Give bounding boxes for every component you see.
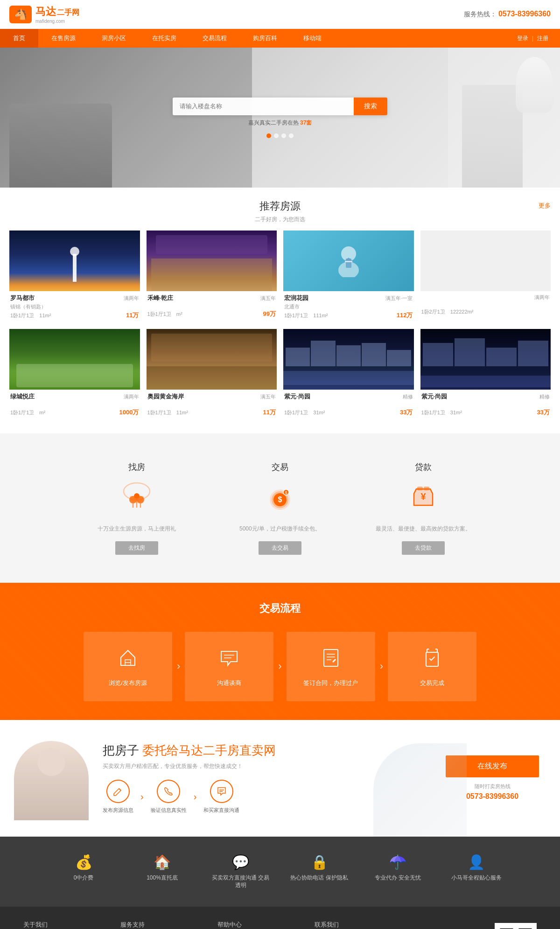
- step-icon-2: [201, 646, 257, 673]
- svg-point-8: [134, 493, 140, 499]
- feature-icon-3: 💬: [210, 854, 272, 870]
- prop-img-3: [283, 231, 414, 291]
- banner-count: 37套: [300, 119, 312, 126]
- property-card-6[interactable]: 奥园黄金海岸 满五年 1卧1厅1卫 11m² 11万: [147, 329, 277, 419]
- nav-item-sale[interactable]: 在售房源: [38, 29, 89, 48]
- prop-name-3: 宏润花园: [284, 294, 308, 302]
- logo-tagline: mafideng.com: [35, 19, 79, 24]
- dot-3[interactable]: [281, 133, 286, 138]
- service-icon-2: $ $: [261, 480, 299, 517]
- prop-type-8: 精修: [539, 393, 550, 400]
- svg-rect-22: [324, 650, 338, 666]
- step-arrow-2: ›: [273, 660, 286, 672]
- transaction-section: 交易流程 浏览/发布房源 › 沟通谈商 ›: [0, 583, 560, 720]
- commission-title-prefix: 把房子: [103, 743, 139, 757]
- dot-2[interactable]: [274, 133, 279, 138]
- commission-person-image: [0, 736, 93, 820]
- comm-step-label-2: 验证信息真实性: [151, 807, 187, 814]
- phone-icon: [163, 786, 174, 797]
- service-title-2: 交易: [223, 461, 338, 473]
- hotline: 服务热线： 0573-83996360: [464, 10, 551, 19]
- nav-item-process[interactable]: 交易流程: [189, 29, 240, 48]
- footer-about-title: 关于我们: [23, 921, 106, 929]
- property-card-2[interactable]: 禾峰·乾庄 满五年 1卧1厅1卫 m² 99万: [147, 231, 277, 322]
- section-title: 推荐房源: [9, 199, 551, 213]
- banner-subtitle-text: 嘉兴真实二手房在热: [248, 119, 299, 126]
- banner-content: 搜索 嘉兴真实二手房在热 37套: [0, 48, 560, 188]
- service-btn-3[interactable]: 去贷款: [402, 541, 445, 555]
- footer-col-help: 帮助中心 常见问题 信息指南: [217, 921, 301, 929]
- prop-price-2: 99万: [263, 310, 276, 318]
- prop-info-1: 罗马都市 满两年 镇锦（有钥匙） 1卧1厅1卫 11m² 11万: [9, 291, 140, 322]
- logo-type: 二手网: [57, 8, 79, 18]
- prop-price-7: 33万: [400, 408, 413, 417]
- prop-type-1: 满两年: [124, 295, 139, 302]
- property-card-1[interactable]: 罗马都市 满两年 镇锦（有钥匙） 1卧1厅1卫 11m² 11万: [9, 231, 140, 322]
- prop-type-3: 满五年·一室: [385, 295, 413, 302]
- nav-item-mobile[interactable]: 移动端: [290, 29, 335, 48]
- nav-register[interactable]: 注册: [535, 29, 551, 48]
- property-card-5[interactable]: 绿城悦庄 满两年 1卧1厅1卫 m² 1000万: [9, 329, 140, 419]
- service-desc-1: 十万业主生源房源，马上便用礼: [79, 524, 195, 534]
- property-card-7[interactable]: 紫元·尚园 精修 1卧1厅1卫 31m² 33万: [283, 329, 414, 419]
- banner-dots: [266, 133, 294, 138]
- prop-name-7: 紫元·尚园: [284, 392, 310, 401]
- comm-step-label-1: 发布房源信息: [103, 807, 133, 814]
- service-btn-2[interactable]: 去交易: [259, 541, 301, 555]
- logo[interactable]: 🐴 马达 二手网 mafideng.com: [9, 5, 79, 24]
- transaction-steps: 浏览/发布房源 › 沟通谈商 ›: [9, 632, 551, 701]
- step-2: 沟通谈商: [185, 632, 273, 701]
- search-input[interactable]: [173, 98, 354, 114]
- find-house-icon: [120, 482, 153, 515]
- edit-icon: [112, 786, 124, 797]
- logo-text-group: 马达 二手网 mafideng.com: [35, 5, 79, 24]
- more-link[interactable]: 更多: [539, 202, 551, 210]
- nav-divider: |: [531, 35, 535, 42]
- prop-img-8: [420, 329, 551, 390]
- prop-info-3: 宏润花园 满五年·一室 北通市 1卧1厅1卫 111m² 112万: [283, 291, 414, 322]
- service-findhouse: 找房 十万业主生源房源，马上便用礼 去找房: [70, 452, 204, 564]
- prop-info-4: 满两年 1卧2厅1卫 122222m²: [420, 291, 551, 318]
- dot-4[interactable]: [289, 133, 294, 138]
- footer-qrcode-container: [495, 921, 537, 929]
- comm-step-3: 和买家直接沟通: [203, 780, 239, 814]
- step-label-3: 签订合同，办理过户: [303, 679, 359, 687]
- search-button[interactable]: 搜索: [354, 98, 387, 115]
- done-step-icon: [420, 646, 444, 669]
- nav-item-guide[interactable]: 购房百科: [240, 29, 290, 48]
- dot-1[interactable]: [266, 133, 271, 138]
- nav-login[interactable]: 登录: [515, 29, 531, 48]
- svg-text:$: $: [278, 496, 282, 503]
- nav-item-community[interactable]: 洞房小区: [89, 29, 139, 48]
- step-arrow-3: ›: [375, 660, 388, 672]
- service-btn-1[interactable]: 去找房: [115, 541, 158, 555]
- feature-label-4: 热心协助电话 保护隐私: [288, 874, 350, 882]
- footer-col-contact: 联系我们 地址：嘉兴市南湖通路36号智慧产业创新园创客大厦四楼702-703室 …: [315, 921, 481, 929]
- step-4: 交易完成: [388, 632, 476, 701]
- prop-info-6: 奥园黄金海岸 满五年 1卧1厅1卫 11m² 11万: [147, 390, 277, 419]
- chat-small-icon: [216, 786, 227, 797]
- nav-item-entrusted[interactable]: 在托实房: [139, 29, 189, 48]
- transaction-title: 交易流程: [9, 601, 551, 615]
- property-card-4[interactable]: 满两年 1卧2厅1卫 122222m²: [420, 231, 551, 322]
- prop-name-5: 绿城悦庄: [10, 392, 35, 401]
- feature-icon-4: 🔒: [288, 854, 350, 870]
- prop-type-5: 满两年: [124, 393, 139, 400]
- comm-step-2: 验证信息真实性: [151, 780, 187, 814]
- property-card-8[interactable]: 紫元·尚园 精修 1卧1厅1卫 31m² 33万: [420, 329, 551, 419]
- step-icon-3: [303, 646, 359, 673]
- service-desc-3: 最灵活、最便捷、最高效的贷款方案。: [365, 524, 481, 534]
- prop-price-3: 112万: [397, 311, 413, 320]
- prop-price-1: 11万: [126, 311, 139, 320]
- step-1: 浏览/发布房源: [84, 632, 172, 701]
- qrcode-svg: [498, 927, 533, 929]
- loan-icon: ¥: [407, 482, 440, 515]
- comm-step-1: 发布房源信息: [103, 780, 133, 814]
- feature-icon-6: 👤: [445, 854, 508, 870]
- svg-text:$: $: [285, 490, 287, 495]
- feature-1: 💰 0中介费: [47, 848, 120, 895]
- nav-item-home[interactable]: 首页: [0, 29, 38, 48]
- person-placeholder-icon: [335, 244, 363, 277]
- feature-label-1: 0中介费: [52, 874, 115, 882]
- property-card-3[interactable]: 宏润花园 满五年·一室 北通市 1卧1厅1卫 111m² 112万: [283, 231, 414, 322]
